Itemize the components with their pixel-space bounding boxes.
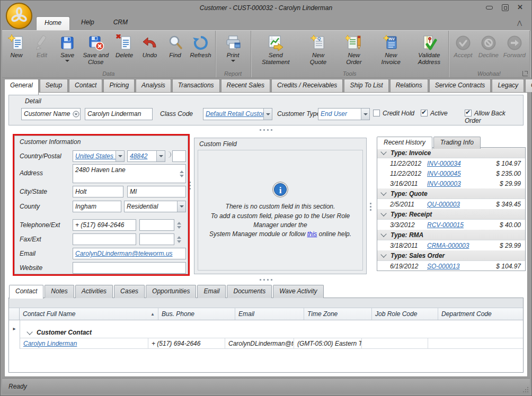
new-order-button[interactable]: New Order bbox=[338, 32, 370, 67]
collapse-ribbon-icon[interactable]: ⋀ bbox=[517, 20, 524, 25]
tab-connected[interactable]: Connected bbox=[525, 79, 532, 92]
send-statement-button[interactable]: Send Statement bbox=[253, 32, 298, 67]
ribbon-tab-crm[interactable]: CRM bbox=[105, 16, 136, 30]
edit-button[interactable]: Edit bbox=[30, 32, 54, 60]
postal-ext-input[interactable] bbox=[172, 150, 186, 162]
document-link[interactable]: RCV-000015 bbox=[427, 221, 480, 229]
horizontal-splitter[interactable] bbox=[5, 277, 527, 282]
cell-contact-name[interactable]: Carolyn Linderman bbox=[20, 338, 148, 348]
restore-icon[interactable] bbox=[501, 4, 509, 11]
row-selector-arrow[interactable]: ▸ bbox=[9, 320, 20, 349]
history-row[interactable]: 2/5/2011QU-000003$ 349.45 bbox=[377, 199, 525, 209]
horizontal-splitter[interactable] bbox=[5, 128, 527, 132]
column-header-job-role-code[interactable]: Job Role Code bbox=[372, 308, 438, 320]
checkbox-icon[interactable] bbox=[421, 110, 428, 116]
document-link[interactable]: INV-000003 bbox=[427, 180, 480, 187]
print-button[interactable]: Print bbox=[218, 32, 249, 64]
minimize-icon[interactable] bbox=[485, 4, 493, 11]
column-header-email[interactable]: Email bbox=[235, 308, 304, 320]
address-textarea[interactable]: 2480 Haven Lane bbox=[73, 164, 186, 183]
grid-group-row[interactable]: Customer Contact bbox=[20, 327, 523, 338]
refresh-button[interactable]: Refresh bbox=[189, 32, 213, 60]
tab-transactions[interactable]: Transactions bbox=[172, 79, 220, 92]
document-link[interactable]: CRMA-000003 bbox=[427, 242, 480, 249]
delete-button[interactable]: Delete bbox=[112, 32, 137, 60]
checkbox-icon[interactable] bbox=[373, 110, 380, 116]
customer-name-input[interactable]: Carolyn Linderman bbox=[85, 108, 153, 120]
column-header-contact-full-name[interactable]: Contact Full Name▲ bbox=[20, 308, 158, 320]
tab-recent-history[interactable]: Recent History bbox=[377, 137, 432, 149]
chevron-down-icon[interactable] bbox=[263, 109, 272, 120]
postal-code-combo[interactable]: 48842 bbox=[127, 150, 165, 162]
chevron-down-icon[interactable] bbox=[156, 151, 165, 161]
fax-input[interactable] bbox=[73, 233, 136, 245]
chevron-down-icon[interactable] bbox=[116, 151, 124, 161]
print-dropdown-caret[interactable] bbox=[231, 60, 235, 62]
tab-legacy[interactable]: Legacy bbox=[492, 79, 524, 92]
history-group-header[interactable]: Type: Quote bbox=[377, 188, 525, 199]
column-header-bus-phone[interactable]: Bus. Phone bbox=[158, 308, 235, 320]
email-input[interactable]: CarolynDLinderman@teleworm.us bbox=[73, 248, 186, 259]
app-logo[interactable] bbox=[6, 3, 32, 29]
new-invoice-button[interactable]: INV New Invoice bbox=[374, 32, 409, 67]
history-group-header[interactable]: Type: RMA bbox=[377, 230, 525, 240]
tab-email[interactable]: Email bbox=[197, 285, 226, 298]
checkbox-icon[interactable] bbox=[465, 110, 472, 116]
tab-wave-activity[interactable]: Wave Activity bbox=[273, 285, 323, 298]
website-input[interactable] bbox=[73, 262, 186, 274]
save-button[interactable]: Save bbox=[55, 32, 79, 64]
tab-analysis[interactable]: Analysis bbox=[136, 79, 171, 92]
scroll-arrows-icon[interactable] bbox=[180, 166, 184, 181]
credit-hold-checkbox[interactable]: Credit Hold bbox=[373, 110, 414, 117]
document-link[interactable]: SO-000013 bbox=[427, 263, 480, 270]
history-row[interactable]: 11/22/2012INV-000034$ 104.97 bbox=[377, 158, 525, 168]
tab-opportunities[interactable]: Opportunities bbox=[146, 285, 196, 298]
fax-ext-input[interactable] bbox=[139, 233, 174, 245]
contact-table-row[interactable]: Carolyn Linderman + (517) 694-2646 Carol… bbox=[20, 338, 523, 349]
dialog-launcher-icon[interactable] bbox=[522, 71, 528, 76]
save-and-close-button[interactable]: Save and Close bbox=[81, 32, 111, 67]
chevron-down-circle-icon[interactable] bbox=[72, 109, 80, 120]
country-combo[interactable]: United States of A bbox=[73, 150, 125, 162]
tab-contact-bottom[interactable]: Contact bbox=[9, 285, 43, 299]
column-header-department-code[interactable]: Department Code bbox=[438, 308, 523, 320]
history-row[interactable]: 11/22/2012INV-000045$ 235.00 bbox=[377, 168, 525, 178]
close-icon[interactable]: ✕ bbox=[517, 4, 525, 11]
tab-contact[interactable]: Contact bbox=[69, 79, 102, 92]
customer-type-combo[interactable]: End User bbox=[318, 108, 370, 120]
tab-cases[interactable]: Cases bbox=[114, 285, 145, 298]
tab-pricing[interactable]: Pricing bbox=[103, 79, 135, 92]
document-link[interactable]: QU-000003 bbox=[427, 201, 480, 208]
tab-credits-receivables[interactable]: Credits / Receivables bbox=[271, 79, 343, 92]
allow-back-order-checkbox[interactable]: Allow Back Order bbox=[465, 110, 523, 124]
new-button[interactable]: New bbox=[4, 32, 29, 60]
tab-general[interactable]: General bbox=[4, 79, 39, 95]
tab-documents[interactable]: Documents bbox=[227, 285, 272, 298]
history-row[interactable]: 3/3/2012RCV-000015$ 40.00 bbox=[377, 220, 525, 230]
customer-name-selector[interactable]: Customer Name bbox=[21, 108, 81, 120]
residence-type-combo[interactable]: Residential bbox=[124, 201, 186, 212]
active-checkbox[interactable]: Active bbox=[421, 110, 448, 117]
history-group-header[interactable]: Type: Invoice bbox=[377, 148, 525, 158]
ribbon-tab-home[interactable]: Home bbox=[36, 16, 70, 30]
tab-relations[interactable]: Relations bbox=[390, 79, 428, 92]
find-button[interactable]: Find bbox=[163, 32, 188, 60]
tab-setup[interactable]: Setup bbox=[40, 79, 68, 92]
history-group-header[interactable]: Type: Receipt bbox=[377, 209, 525, 220]
resize-grip[interactable] bbox=[522, 386, 528, 392]
chevron-down-icon[interactable] bbox=[177, 201, 185, 212]
forward-button[interactable]: Forward bbox=[502, 32, 527, 60]
spinner-icon[interactable] bbox=[177, 232, 181, 246]
this-help-link[interactable]: this bbox=[307, 230, 317, 238]
history-row[interactable]: 3/16/2011INV-000003$ 29.99 bbox=[377, 178, 525, 188]
city-input[interactable]: Holt bbox=[73, 186, 123, 197]
history-row[interactable]: 6/19/2012SO-000013$ 104.97 bbox=[377, 261, 525, 271]
tab-trading-info[interactable]: Trading Info bbox=[433, 137, 481, 149]
tab-recent-sales[interactable]: Recent Sales bbox=[221, 79, 270, 92]
column-header-time-zone[interactable]: Time Zone bbox=[304, 308, 372, 320]
document-link[interactable]: INV-000034 bbox=[427, 160, 480, 167]
undo-button[interactable]: Undo bbox=[138, 32, 162, 60]
class-code-combo[interactable]: Default Retail Custome bbox=[203, 108, 272, 120]
telephone-ext-input[interactable] bbox=[139, 219, 174, 231]
tab-service-contracts[interactable]: Service Contracts bbox=[429, 79, 491, 92]
